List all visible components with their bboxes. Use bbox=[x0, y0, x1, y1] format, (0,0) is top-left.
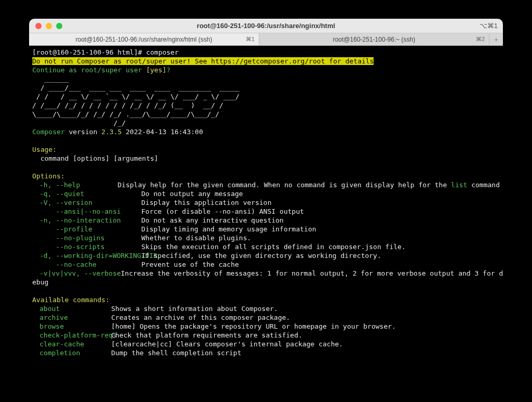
version-middle: version bbox=[65, 128, 101, 136]
option-flag: -d, --working-dir=WORKING-DIR bbox=[32, 251, 141, 260]
command-name: check-platform-reqs bbox=[32, 331, 111, 340]
option-flag: -q, --quiet bbox=[32, 189, 141, 198]
option-flag: --ansi|--no-ansi bbox=[32, 207, 141, 216]
close-icon[interactable] bbox=[35, 23, 42, 29]
maximize-icon[interactable] bbox=[56, 23, 62, 29]
command-desc: [clearcache|cc] Clears composer's intern… bbox=[111, 340, 343, 348]
command-name: completion bbox=[32, 348, 111, 357]
commands-header: Available commands: bbox=[32, 296, 110, 304]
command-desc: Dump the shell completion script bbox=[111, 348, 241, 357]
option-flag: --no-plugins bbox=[32, 234, 141, 242]
option-flag: -v|vv|vvv, --verbose bbox=[32, 269, 121, 278]
terminal-window: root@160-251-100-96:/usr/share/nginx/htm… bbox=[29, 19, 503, 367]
add-tab-button[interactable]: + bbox=[489, 33, 503, 45]
options-header: Options: bbox=[32, 172, 65, 180]
command-row: aboutShows a short information about Com… bbox=[32, 304, 500, 313]
option-flag: -V, --version bbox=[32, 198, 141, 207]
option-row: -V, --versionDisplay this application ve… bbox=[32, 198, 500, 207]
tab-bar: root@160-251-100-96:/usr/share/nginx/htm… bbox=[29, 33, 503, 46]
titlebar: root@160-251-100-96:/usr/share/nginx/htm… bbox=[29, 19, 503, 33]
option-row: -v|vv|vvv, --verboseIncrease the verbosi… bbox=[32, 269, 500, 278]
option-row: --no-scriptsSkips the execution of all s… bbox=[32, 242, 500, 251]
option-desc: Display this application version bbox=[141, 198, 271, 207]
commands-list: aboutShows a short information about Com… bbox=[32, 304, 500, 357]
options-wrap: ebug bbox=[32, 278, 48, 286]
command-name: archive bbox=[32, 313, 111, 322]
option-flag: --no-cache bbox=[32, 260, 141, 269]
tab-label: root@160-251-100-96:~ (ssh) bbox=[333, 36, 416, 43]
option-desc: Display help for the given command. When… bbox=[117, 180, 500, 189]
warning-line: Do not run Composer as root/super user! … bbox=[32, 57, 374, 65]
continue-hint: [yes] bbox=[146, 66, 166, 74]
command-name: clear-cache bbox=[32, 340, 111, 348]
terminal-content[interactable]: [root@160-251-100-96 html]# composer Do … bbox=[29, 46, 503, 367]
window-shortcut: ⌥⌘1 bbox=[480, 22, 498, 30]
command-name: browse bbox=[32, 322, 111, 331]
option-desc: Increase the verbosity of messages: 1 fo… bbox=[121, 269, 503, 278]
command-desc: Shows a short information about Composer… bbox=[111, 304, 278, 313]
command-input: composer bbox=[146, 48, 179, 56]
command-row: completionDump the shell completion scri… bbox=[32, 348, 500, 357]
option-row: -n, --no-interactionDo not ask any inter… bbox=[32, 216, 500, 225]
window-title: root@160-251-100-96:/usr/share/nginx/htm… bbox=[29, 22, 503, 30]
option-desc: Prevent use of the cache bbox=[141, 260, 239, 269]
traffic-lights bbox=[29, 23, 62, 29]
usage-line: command [options] [arguments] bbox=[32, 154, 158, 162]
option-flag: --no-scripts bbox=[32, 242, 141, 251]
option-desc: Skips the execution of all scripts defin… bbox=[141, 242, 406, 251]
version-number: 2.3.5 bbox=[101, 128, 122, 136]
option-row: -d, --working-dir=WORKING-DIRIf specifie… bbox=[32, 251, 500, 260]
option-desc: Force (or disable --no-ansi) ANSI output bbox=[141, 207, 304, 216]
tab-1[interactable]: root@160-251-100-96:/usr/share/nginx/htm… bbox=[29, 33, 259, 45]
continue-prompt: Continue as root/super user bbox=[32, 66, 146, 74]
tab-2[interactable]: root@160-251-100-96:~ (ssh) ⌘2 bbox=[259, 33, 489, 45]
command-row: check-platform-reqsCheck that platform r… bbox=[32, 331, 500, 340]
options-list: -h, --helpDisplay help for the given com… bbox=[32, 180, 500, 278]
option-flag: -n, --no-interaction bbox=[32, 216, 141, 225]
command-row: browse[home] Opens the package's reposit… bbox=[32, 322, 500, 331]
continue-suffix: ? bbox=[166, 66, 170, 74]
option-row: -q, --quietDo not output any message bbox=[32, 189, 500, 198]
version-date: 2022-04-13 16:43:00 bbox=[122, 128, 203, 136]
option-row: --ansi|--no-ansiForce (or disable --no-a… bbox=[32, 207, 500, 216]
option-desc: If specified, use the given directory as… bbox=[141, 251, 381, 260]
tab-shortcut: ⌘2 bbox=[476, 36, 485, 43]
command-desc: Check that platform requirements are sat… bbox=[111, 331, 302, 340]
ascii-logo: ______ / ____/___ ____ ___ ____ ____ ___… bbox=[32, 75, 240, 127]
tab-label: root@160-251-100-96:/usr/share/nginx/htm… bbox=[76, 36, 212, 43]
command-name: about bbox=[32, 304, 111, 313]
command-row: clear-cache[clearcache|cc] Clears compos… bbox=[32, 340, 500, 348]
command-row: archiveCreates an archive of this compos… bbox=[32, 313, 500, 322]
tab-shortcut: ⌘1 bbox=[246, 36, 255, 43]
option-desc: Whether to disable plugins. bbox=[141, 234, 251, 242]
option-row: -h, --helpDisplay help for the given com… bbox=[32, 180, 500, 189]
option-flag: -h, --help bbox=[32, 180, 117, 189]
command-desc: [home] Opens the package's repository UR… bbox=[111, 322, 396, 331]
option-row: --no-pluginsWhether to disable plugins. bbox=[32, 234, 500, 242]
option-row: --no-cachePrevent use of the cache bbox=[32, 260, 500, 269]
version-label: Composer bbox=[32, 128, 65, 136]
option-desc: Do not ask any interactive question bbox=[141, 216, 284, 225]
option-desc: Do not output any message bbox=[141, 189, 243, 198]
minimize-icon[interactable] bbox=[46, 23, 52, 29]
usage-header: Usage: bbox=[32, 146, 57, 153]
option-desc: Display timing and memory usage informat… bbox=[141, 225, 316, 234]
option-row: --profileDisplay timing and memory usage… bbox=[32, 225, 500, 234]
command-desc: Creates an archive of this composer pack… bbox=[111, 313, 290, 322]
prompt: [root@160-251-100-96 html]# bbox=[32, 48, 146, 56]
option-flag: --profile bbox=[32, 225, 141, 234]
